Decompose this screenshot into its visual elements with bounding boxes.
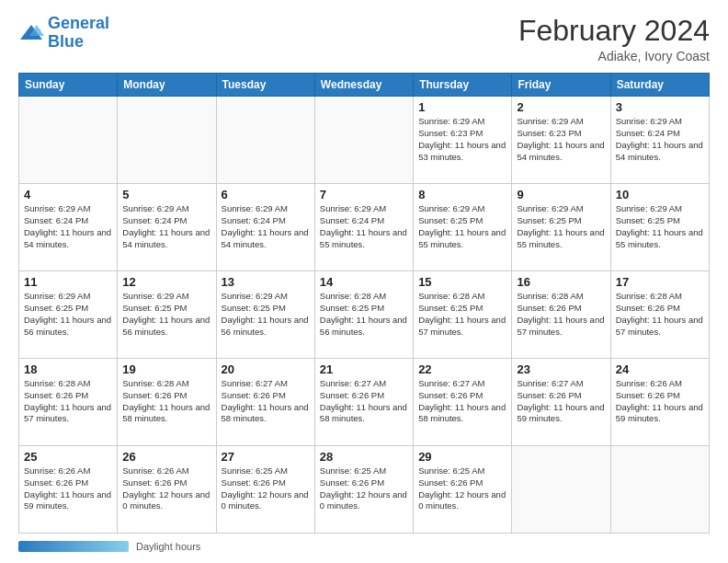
cell-info: Sunrise: 6:29 AM Sunset: 6:24 PM Dayligh… — [222, 203, 310, 250]
calendar-cell: 29Sunrise: 6:25 AM Sunset: 6:26 PM Dayli… — [414, 446, 512, 534]
cell-info: Sunrise: 6:27 AM Sunset: 6:26 PM Dayligh… — [418, 378, 506, 425]
calendar-cell: 17Sunrise: 6:28 AM Sunset: 6:26 PM Dayli… — [610, 271, 709, 359]
calendar-cell: 7Sunrise: 6:29 AM Sunset: 6:24 PM Daylig… — [314, 184, 413, 271]
day-number: 16 — [517, 275, 605, 289]
calendar-cell: 28Sunrise: 6:25 AM Sunset: 6:26 PM Dayli… — [314, 446, 413, 534]
cell-info: Sunrise: 6:25 AM Sunset: 6:26 PM Dayligh… — [320, 465, 408, 512]
calendar-cell — [314, 97, 413, 184]
cell-info: Sunrise: 6:28 AM Sunset: 6:25 PM Dayligh… — [418, 291, 506, 338]
cell-info: Sunrise: 6:26 AM Sunset: 6:26 PM Dayligh… — [24, 465, 112, 512]
calendar-cell: 6Sunrise: 6:29 AM Sunset: 6:24 PM Daylig… — [216, 184, 314, 271]
calendar-week-row: 25Sunrise: 6:26 AM Sunset: 6:26 PM Dayli… — [19, 446, 710, 534]
logo: General Blue — [18, 15, 109, 52]
cell-info: Sunrise: 6:29 AM Sunset: 6:24 PM Dayligh… — [24, 203, 112, 250]
calendar-cell: 11Sunrise: 6:29 AM Sunset: 6:25 PM Dayli… — [19, 271, 118, 359]
header: General Blue February 2024 Adiake, Ivory… — [18, 15, 710, 63]
cell-info: Sunrise: 6:25 AM Sunset: 6:26 PM Dayligh… — [222, 465, 310, 512]
cell-info: Sunrise: 6:28 AM Sunset: 6:26 PM Dayligh… — [24, 378, 112, 425]
calendar-cell: 12Sunrise: 6:29 AM Sunset: 6:25 PM Dayli… — [118, 271, 216, 359]
page: General Blue February 2024 Adiake, Ivory… — [0, 0, 728, 563]
calendar-day-header: Wednesday — [314, 74, 413, 97]
calendar-cell: 22Sunrise: 6:27 AM Sunset: 6:26 PM Dayli… — [414, 359, 512, 446]
day-number: 1 — [418, 100, 506, 114]
day-number: 15 — [418, 275, 506, 289]
day-number: 20 — [222, 362, 310, 376]
calendar-day-header: Sunday — [19, 74, 118, 97]
day-number: 22 — [418, 362, 506, 376]
calendar-cell: 23Sunrise: 6:27 AM Sunset: 6:26 PM Dayli… — [512, 359, 610, 446]
day-number: 26 — [122, 450, 210, 464]
calendar-cell — [118, 97, 216, 184]
cell-info: Sunrise: 6:27 AM Sunset: 6:26 PM Dayligh… — [222, 378, 310, 425]
day-number: 17 — [616, 275, 704, 289]
calendar-cell — [512, 446, 610, 534]
calendar-cell: 13Sunrise: 6:29 AM Sunset: 6:25 PM Dayli… — [216, 271, 314, 359]
calendar-day-header: Saturday — [610, 74, 709, 97]
day-number: 5 — [122, 188, 210, 201]
cell-info: Sunrise: 6:28 AM Sunset: 6:25 PM Dayligh… — [320, 291, 408, 338]
calendar-table: SundayMondayTuesdayWednesdayThursdayFrid… — [18, 73, 710, 534]
cell-info: Sunrise: 6:29 AM Sunset: 6:25 PM Dayligh… — [418, 203, 506, 250]
title-block: February 2024 Adiake, Ivory Coast — [518, 15, 710, 63]
calendar-day-header: Thursday — [414, 74, 512, 97]
day-number: 8 — [418, 188, 506, 201]
cell-info: Sunrise: 6:29 AM Sunset: 6:24 PM Dayligh… — [320, 203, 408, 250]
calendar-day-header: Monday — [118, 74, 216, 97]
day-number: 28 — [320, 450, 408, 464]
footer-label: Daylight hours — [136, 541, 200, 552]
calendar-cell: 4Sunrise: 6:29 AM Sunset: 6:24 PM Daylig… — [19, 184, 118, 271]
cell-info: Sunrise: 6:28 AM Sunset: 6:26 PM Dayligh… — [517, 291, 605, 338]
calendar-cell: 21Sunrise: 6:27 AM Sunset: 6:26 PM Dayli… — [314, 359, 413, 446]
calendar-cell: 24Sunrise: 6:26 AM Sunset: 6:26 PM Dayli… — [610, 359, 709, 446]
calendar-cell: 26Sunrise: 6:26 AM Sunset: 6:26 PM Dayli… — [118, 446, 216, 534]
calendar-day-header: Friday — [512, 74, 610, 97]
daylight-bar-icon — [18, 541, 129, 552]
day-number: 2 — [517, 100, 605, 114]
day-number: 10 — [616, 188, 704, 201]
calendar-cell: 2Sunrise: 6:29 AM Sunset: 6:23 PM Daylig… — [512, 97, 610, 184]
cell-info: Sunrise: 6:25 AM Sunset: 6:26 PM Dayligh… — [418, 465, 506, 512]
calendar-cell: 5Sunrise: 6:29 AM Sunset: 6:24 PM Daylig… — [118, 184, 216, 271]
calendar-cell: 15Sunrise: 6:28 AM Sunset: 6:25 PM Dayli… — [414, 271, 512, 359]
cell-info: Sunrise: 6:29 AM Sunset: 6:25 PM Dayligh… — [517, 203, 605, 250]
day-number: 19 — [122, 362, 210, 376]
calendar-day-header: Tuesday — [216, 74, 314, 97]
footer: Daylight hours — [18, 541, 710, 552]
day-number: 3 — [616, 100, 704, 114]
cell-info: Sunrise: 6:29 AM Sunset: 6:25 PM Dayligh… — [222, 291, 310, 338]
logo-text: General Blue — [48, 15, 109, 52]
calendar-cell: 27Sunrise: 6:25 AM Sunset: 6:26 PM Dayli… — [216, 446, 314, 534]
cell-info: Sunrise: 6:29 AM Sunset: 6:23 PM Dayligh… — [517, 116, 605, 163]
cell-info: Sunrise: 6:29 AM Sunset: 6:25 PM Dayligh… — [24, 291, 112, 338]
day-number: 13 — [222, 275, 310, 289]
calendar-week-row: 4Sunrise: 6:29 AM Sunset: 6:24 PM Daylig… — [19, 184, 710, 271]
day-number: 12 — [122, 275, 210, 289]
cell-info: Sunrise: 6:29 AM Sunset: 6:24 PM Dayligh… — [616, 116, 704, 163]
cell-info: Sunrise: 6:27 AM Sunset: 6:26 PM Dayligh… — [517, 378, 605, 425]
cell-info: Sunrise: 6:27 AM Sunset: 6:26 PM Dayligh… — [320, 378, 408, 425]
subtitle: Adiake, Ivory Coast — [518, 49, 710, 63]
day-number: 18 — [24, 362, 112, 376]
day-number: 29 — [418, 450, 506, 464]
day-number: 23 — [517, 362, 605, 376]
cell-info: Sunrise: 6:29 AM Sunset: 6:25 PM Dayligh… — [122, 291, 210, 338]
calendar-cell: 18Sunrise: 6:28 AM Sunset: 6:26 PM Dayli… — [19, 359, 118, 446]
calendar-cell: 14Sunrise: 6:28 AM Sunset: 6:25 PM Dayli… — [314, 271, 413, 359]
calendar-cell: 8Sunrise: 6:29 AM Sunset: 6:25 PM Daylig… — [414, 184, 512, 271]
day-number: 11 — [24, 275, 112, 289]
cell-info: Sunrise: 6:26 AM Sunset: 6:26 PM Dayligh… — [616, 378, 704, 425]
calendar-cell: 16Sunrise: 6:28 AM Sunset: 6:26 PM Dayli… — [512, 271, 610, 359]
day-number: 6 — [222, 188, 310, 201]
day-number: 9 — [517, 188, 605, 201]
day-number: 4 — [24, 188, 112, 201]
logo-icon — [18, 23, 44, 43]
cell-info: Sunrise: 6:26 AM Sunset: 6:26 PM Dayligh… — [122, 465, 210, 512]
cell-info: Sunrise: 6:28 AM Sunset: 6:26 PM Dayligh… — [122, 378, 210, 425]
calendar-cell — [216, 97, 314, 184]
day-number: 7 — [320, 188, 408, 201]
calendar-week-row: 1Sunrise: 6:29 AM Sunset: 6:23 PM Daylig… — [19, 97, 710, 184]
calendar-cell: 10Sunrise: 6:29 AM Sunset: 6:25 PM Dayli… — [610, 184, 709, 271]
cell-info: Sunrise: 6:29 AM Sunset: 6:25 PM Dayligh… — [616, 203, 704, 250]
calendar-cell: 25Sunrise: 6:26 AM Sunset: 6:26 PM Dayli… — [19, 446, 118, 534]
calendar-cell — [19, 97, 118, 184]
